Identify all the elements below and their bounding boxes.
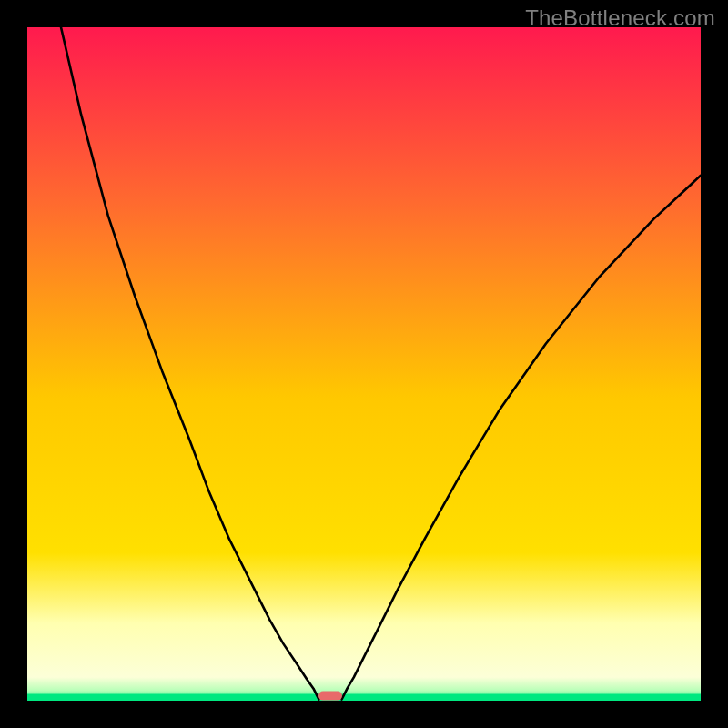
chart-background	[27, 27, 701, 701]
chart-plot-area	[27, 27, 701, 701]
watermark-text: TheBottleneck.com	[525, 5, 715, 31]
chart-frame: TheBottleneck.com	[0, 0, 728, 728]
chart-svg	[27, 27, 701, 701]
chart-green-band	[27, 694, 701, 701]
bottleneck-marker	[318, 692, 342, 701]
